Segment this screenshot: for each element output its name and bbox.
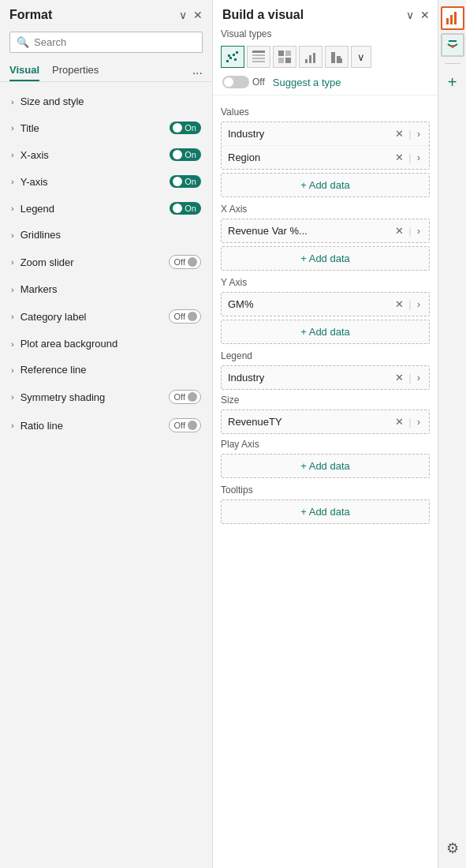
field-expand-icon[interactable]: ›	[415, 297, 423, 311]
build-visual-panel: Build a visual ∨ ✕ Visual types	[213, 0, 438, 868]
toggle-on[interactable]: On	[170, 175, 201, 188]
search-input[interactable]	[34, 36, 196, 48]
section-label: Size and style	[21, 95, 84, 107]
section-zoom-slider[interactable]: › Zoom slider Off	[0, 248, 212, 276]
chevron-icon: ›	[11, 339, 14, 349]
tabs-row: Visual Properties ...	[0, 59, 212, 82]
tooltips-section-title: Tooltips	[221, 485, 430, 496]
section-symmetry-shading[interactable]: › Symmetry shading Off	[0, 383, 212, 411]
y-axis-add-data-button[interactable]: + Add data	[221, 320, 430, 344]
close-left-icon[interactable]: ✕	[193, 9, 203, 21]
chevron-icon: ›	[11, 150, 14, 159]
suggest-type-button[interactable]: Suggest a type	[273, 77, 341, 88]
section-x-axis[interactable]: › X-axis On	[0, 141, 212, 168]
x-axis-add-data-button[interactable]: + Add data	[221, 246, 430, 271]
field-close-icon[interactable]: ✕	[393, 224, 406, 238]
svg-rect-17	[331, 52, 335, 63]
field-expand-icon[interactable]: ›	[415, 127, 423, 140]
svg-rect-15	[309, 55, 311, 63]
field-expand-icon[interactable]: ›	[415, 415, 423, 428]
svg-rect-12	[278, 58, 284, 63]
toggle-off[interactable]: Off	[169, 255, 201, 269]
toolbar-fields-btn[interactable]	[441, 33, 464, 57]
format-panel-title: Format	[9, 8, 52, 22]
suggest-toggle-circle	[224, 77, 233, 87]
play-axis-section-title: Play Axis	[221, 439, 430, 450]
field-close-icon[interactable]: ✕	[393, 371, 406, 384]
values-add-data-button[interactable]: + Add data	[221, 173, 430, 197]
section-markers[interactable]: › Markers	[0, 276, 212, 302]
chevron-icon: ›	[11, 365, 14, 375]
field-legend-industry: Industry ✕ | ›	[222, 366, 429, 389]
field-close-icon[interactable]: ✕	[393, 415, 406, 428]
toggle-off[interactable]: Off	[169, 309, 201, 324]
tab-visual[interactable]: Visual	[9, 59, 39, 81]
visual-type-matrix[interactable]	[273, 46, 296, 68]
toolbar-visualizations-btn[interactable]	[441, 6, 464, 30]
toolbar-settings-btn[interactable]: ⚙	[441, 836, 464, 860]
toggle-on[interactable]: On	[170, 148, 201, 161]
x-axis-section-title: X Axis	[221, 204, 430, 215]
section-title[interactable]: › Title On	[0, 114, 212, 141]
tooltips-add-data-button[interactable]: + Add data	[221, 499, 430, 524]
field-industry: Industry ✕ | ›	[222, 122, 429, 146]
section-label: Symmetry shading	[21, 391, 106, 403]
play-axis-add-data-button[interactable]: + Add data	[221, 454, 430, 478]
field-expand-icon[interactable]: ›	[415, 371, 423, 384]
section-reference-line[interactable]: › Reference line	[0, 357, 212, 383]
collapse-icon[interactable]: ∨	[179, 9, 187, 21]
visual-type-bar[interactable]	[299, 46, 322, 68]
toolbar-add-btn[interactable]: +	[441, 70, 464, 94]
section-legend[interactable]: › Legend On	[0, 195, 212, 222]
section-label: Markers	[21, 283, 58, 295]
field-expand-icon[interactable]: ›	[415, 224, 423, 238]
section-list: › Size and style › Title On › X-axis O	[0, 85, 212, 868]
svg-rect-13	[285, 58, 291, 63]
format-header-icons: ∨ ✕	[179, 9, 203, 21]
section-plot-area-background[interactable]: › Plot area background	[0, 331, 212, 357]
toggle-off[interactable]: Off	[169, 418, 201, 432]
section-gridlines[interactable]: › Gridlines	[0, 222, 212, 248]
field-close-icon[interactable]: ✕	[393, 151, 406, 164]
search-box[interactable]: 🔍	[9, 32, 203, 53]
field-legend-industry-name: Industry	[228, 372, 264, 383]
build-visual-header-icons: ∨ ✕	[406, 9, 430, 21]
section-label: Ratio line	[21, 420, 63, 432]
toggle-on[interactable]: On	[170, 122, 201, 134]
section-category-label[interactable]: › Category label Off	[0, 302, 212, 331]
close-right-icon[interactable]: ✕	[420, 9, 430, 21]
suggest-toggle[interactable]: Off	[222, 76, 265, 88]
settings-gear-icon: ⚙	[446, 840, 459, 857]
field-expand-icon[interactable]: ›	[415, 151, 423, 164]
visual-type-column[interactable]	[325, 46, 349, 68]
tab-more-menu[interactable]: ...	[192, 63, 203, 77]
field-legend-industry-icons: ✕ | ›	[393, 371, 423, 384]
section-size-and-style[interactable]: › Size and style	[0, 88, 212, 114]
field-industry-name: Industry	[228, 128, 264, 140]
suggest-off-label: Off	[252, 77, 265, 88]
field-industry-icons: ✕ | ›	[393, 127, 423, 140]
section-label: Zoom slider	[21, 256, 74, 268]
side-toolbar: + ⚙	[438, 0, 466, 868]
section-label: Gridlines	[21, 229, 61, 241]
collapse-right-icon[interactable]: ∨	[406, 9, 414, 21]
chevron-icon: ›	[11, 230, 14, 240]
toggle-on[interactable]: On	[170, 202, 201, 215]
build-visual-header: Build a visual ∨ ✕	[213, 0, 438, 27]
field-close-icon[interactable]: ✕	[393, 127, 406, 140]
values-section-title: Values	[221, 107, 430, 118]
toolbar-divider	[445, 63, 460, 64]
visual-type-more[interactable]: ∨	[351, 46, 371, 68]
visual-types-label: Visual types	[213, 27, 438, 43]
suggest-toggle-pill[interactable]	[222, 76, 249, 88]
svg-rect-6	[252, 51, 265, 53]
field-close-icon[interactable]: ✕	[393, 297, 406, 311]
visual-type-scatter[interactable]	[221, 46, 244, 68]
visual-type-table[interactable]	[247, 46, 270, 68]
toggle-off[interactable]: Off	[169, 390, 201, 404]
section-ratio-line[interactable]: › Ratio line Off	[0, 411, 212, 440]
section-label: Plot area background	[21, 338, 118, 350]
tab-properties[interactable]: Properties	[52, 59, 99, 81]
section-y-axis[interactable]: › Y-axis On	[0, 168, 212, 195]
section-label: Reference line	[21, 364, 87, 376]
